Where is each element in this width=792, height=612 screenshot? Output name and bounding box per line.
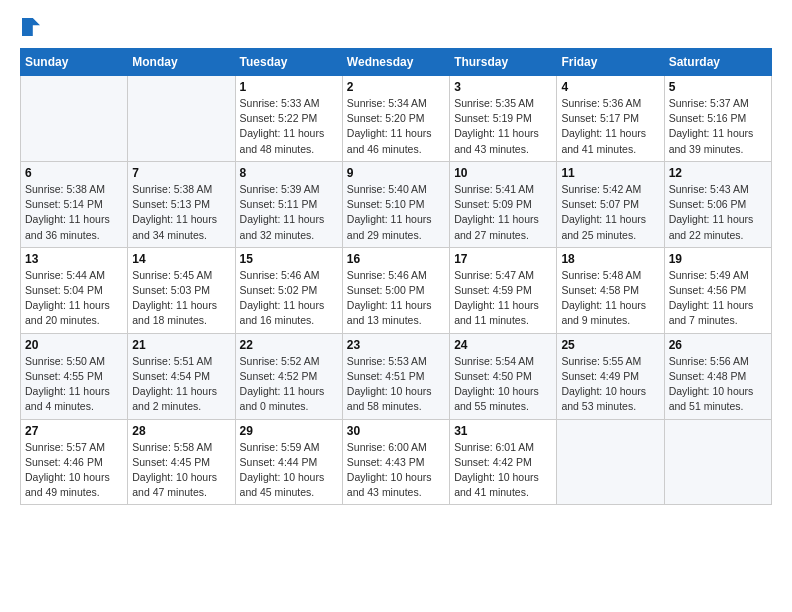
day-number: 17	[454, 252, 552, 266]
calendar-cell: 24Sunrise: 5:54 AM Sunset: 4:50 PM Dayli…	[450, 333, 557, 419]
day-info: Sunrise: 5:55 AM Sunset: 4:49 PM Dayligh…	[561, 354, 659, 415]
day-number: 22	[240, 338, 338, 352]
calendar-cell: 20Sunrise: 5:50 AM Sunset: 4:55 PM Dayli…	[21, 333, 128, 419]
calendar-header-friday: Friday	[557, 49, 664, 76]
day-number: 27	[25, 424, 123, 438]
day-number: 5	[669, 80, 767, 94]
day-number: 1	[240, 80, 338, 94]
calendar-header-monday: Monday	[128, 49, 235, 76]
calendar-cell: 6Sunrise: 5:38 AM Sunset: 5:14 PM Daylig…	[21, 161, 128, 247]
day-info: Sunrise: 5:59 AM Sunset: 4:44 PM Dayligh…	[240, 440, 338, 501]
calendar-cell: 16Sunrise: 5:46 AM Sunset: 5:00 PM Dayli…	[342, 247, 449, 333]
day-info: Sunrise: 5:57 AM Sunset: 4:46 PM Dayligh…	[25, 440, 123, 501]
calendar-cell: 7Sunrise: 5:38 AM Sunset: 5:13 PM Daylig…	[128, 161, 235, 247]
day-number: 11	[561, 166, 659, 180]
calendar-week-row: 20Sunrise: 5:50 AM Sunset: 4:55 PM Dayli…	[21, 333, 772, 419]
day-number: 3	[454, 80, 552, 94]
calendar-cell: 25Sunrise: 5:55 AM Sunset: 4:49 PM Dayli…	[557, 333, 664, 419]
calendar-cell: 23Sunrise: 5:53 AM Sunset: 4:51 PM Dayli…	[342, 333, 449, 419]
calendar-header-thursday: Thursday	[450, 49, 557, 76]
calendar-week-row: 13Sunrise: 5:44 AM Sunset: 5:04 PM Dayli…	[21, 247, 772, 333]
calendar-header-wednesday: Wednesday	[342, 49, 449, 76]
day-info: Sunrise: 5:47 AM Sunset: 4:59 PM Dayligh…	[454, 268, 552, 329]
calendar-header-row: SundayMondayTuesdayWednesdayThursdayFrid…	[21, 49, 772, 76]
day-info: Sunrise: 5:38 AM Sunset: 5:14 PM Dayligh…	[25, 182, 123, 243]
calendar-header-sunday: Sunday	[21, 49, 128, 76]
calendar-cell	[664, 419, 771, 505]
day-number: 14	[132, 252, 230, 266]
calendar-cell	[557, 419, 664, 505]
day-info: Sunrise: 5:33 AM Sunset: 5:22 PM Dayligh…	[240, 96, 338, 157]
day-info: Sunrise: 5:45 AM Sunset: 5:03 PM Dayligh…	[132, 268, 230, 329]
day-info: Sunrise: 5:42 AM Sunset: 5:07 PM Dayligh…	[561, 182, 659, 243]
day-number: 29	[240, 424, 338, 438]
day-number: 12	[669, 166, 767, 180]
day-number: 9	[347, 166, 445, 180]
calendar-week-row: 1Sunrise: 5:33 AM Sunset: 5:22 PM Daylig…	[21, 76, 772, 162]
calendar-cell	[128, 76, 235, 162]
calendar-cell: 28Sunrise: 5:58 AM Sunset: 4:45 PM Dayli…	[128, 419, 235, 505]
logo	[20, 20, 40, 32]
calendar-cell: 3Sunrise: 5:35 AM Sunset: 5:19 PM Daylig…	[450, 76, 557, 162]
calendar-cell: 18Sunrise: 5:48 AM Sunset: 4:58 PM Dayli…	[557, 247, 664, 333]
day-info: Sunrise: 5:36 AM Sunset: 5:17 PM Dayligh…	[561, 96, 659, 157]
day-info: Sunrise: 5:56 AM Sunset: 4:48 PM Dayligh…	[669, 354, 767, 415]
day-number: 10	[454, 166, 552, 180]
calendar-week-row: 27Sunrise: 5:57 AM Sunset: 4:46 PM Dayli…	[21, 419, 772, 505]
calendar-cell	[21, 76, 128, 162]
day-number: 28	[132, 424, 230, 438]
day-info: Sunrise: 5:35 AM Sunset: 5:19 PM Dayligh…	[454, 96, 552, 157]
day-info: Sunrise: 5:41 AM Sunset: 5:09 PM Dayligh…	[454, 182, 552, 243]
day-info: Sunrise: 5:40 AM Sunset: 5:10 PM Dayligh…	[347, 182, 445, 243]
day-info: Sunrise: 5:34 AM Sunset: 5:20 PM Dayligh…	[347, 96, 445, 157]
page-header	[20, 20, 772, 32]
calendar-cell: 4Sunrise: 5:36 AM Sunset: 5:17 PM Daylig…	[557, 76, 664, 162]
calendar-cell: 15Sunrise: 5:46 AM Sunset: 5:02 PM Dayli…	[235, 247, 342, 333]
day-number: 30	[347, 424, 445, 438]
day-number: 23	[347, 338, 445, 352]
day-number: 7	[132, 166, 230, 180]
day-info: Sunrise: 5:46 AM Sunset: 5:00 PM Dayligh…	[347, 268, 445, 329]
day-number: 16	[347, 252, 445, 266]
calendar-cell: 1Sunrise: 5:33 AM Sunset: 5:22 PM Daylig…	[235, 76, 342, 162]
day-number: 26	[669, 338, 767, 352]
day-number: 4	[561, 80, 659, 94]
calendar-cell: 9Sunrise: 5:40 AM Sunset: 5:10 PM Daylig…	[342, 161, 449, 247]
logo-icon	[22, 18, 40, 36]
calendar-cell: 13Sunrise: 5:44 AM Sunset: 5:04 PM Dayli…	[21, 247, 128, 333]
day-info: Sunrise: 5:39 AM Sunset: 5:11 PM Dayligh…	[240, 182, 338, 243]
calendar-cell: 8Sunrise: 5:39 AM Sunset: 5:11 PM Daylig…	[235, 161, 342, 247]
calendar-cell: 10Sunrise: 5:41 AM Sunset: 5:09 PM Dayli…	[450, 161, 557, 247]
day-number: 2	[347, 80, 445, 94]
calendar-cell: 12Sunrise: 5:43 AM Sunset: 5:06 PM Dayli…	[664, 161, 771, 247]
day-info: Sunrise: 5:52 AM Sunset: 4:52 PM Dayligh…	[240, 354, 338, 415]
day-info: Sunrise: 5:50 AM Sunset: 4:55 PM Dayligh…	[25, 354, 123, 415]
calendar-cell: 29Sunrise: 5:59 AM Sunset: 4:44 PM Dayli…	[235, 419, 342, 505]
calendar-week-row: 6Sunrise: 5:38 AM Sunset: 5:14 PM Daylig…	[21, 161, 772, 247]
calendar-cell: 22Sunrise: 5:52 AM Sunset: 4:52 PM Dayli…	[235, 333, 342, 419]
day-number: 24	[454, 338, 552, 352]
day-number: 31	[454, 424, 552, 438]
day-number: 21	[132, 338, 230, 352]
day-info: Sunrise: 5:43 AM Sunset: 5:06 PM Dayligh…	[669, 182, 767, 243]
calendar-header-tuesday: Tuesday	[235, 49, 342, 76]
day-info: Sunrise: 5:44 AM Sunset: 5:04 PM Dayligh…	[25, 268, 123, 329]
calendar-cell: 26Sunrise: 5:56 AM Sunset: 4:48 PM Dayli…	[664, 333, 771, 419]
day-info: Sunrise: 6:01 AM Sunset: 4:42 PM Dayligh…	[454, 440, 552, 501]
calendar-cell: 5Sunrise: 5:37 AM Sunset: 5:16 PM Daylig…	[664, 76, 771, 162]
day-info: Sunrise: 5:54 AM Sunset: 4:50 PM Dayligh…	[454, 354, 552, 415]
calendar-cell: 14Sunrise: 5:45 AM Sunset: 5:03 PM Dayli…	[128, 247, 235, 333]
calendar-header-saturday: Saturday	[664, 49, 771, 76]
day-info: Sunrise: 5:46 AM Sunset: 5:02 PM Dayligh…	[240, 268, 338, 329]
calendar-cell: 27Sunrise: 5:57 AM Sunset: 4:46 PM Dayli…	[21, 419, 128, 505]
calendar-cell: 19Sunrise: 5:49 AM Sunset: 4:56 PM Dayli…	[664, 247, 771, 333]
day-info: Sunrise: 5:58 AM Sunset: 4:45 PM Dayligh…	[132, 440, 230, 501]
day-info: Sunrise: 5:37 AM Sunset: 5:16 PM Dayligh…	[669, 96, 767, 157]
day-number: 13	[25, 252, 123, 266]
calendar-cell: 21Sunrise: 5:51 AM Sunset: 4:54 PM Dayli…	[128, 333, 235, 419]
day-number: 6	[25, 166, 123, 180]
day-number: 15	[240, 252, 338, 266]
day-number: 25	[561, 338, 659, 352]
calendar-cell: 30Sunrise: 6:00 AM Sunset: 4:43 PM Dayli…	[342, 419, 449, 505]
calendar-cell: 2Sunrise: 5:34 AM Sunset: 5:20 PM Daylig…	[342, 76, 449, 162]
